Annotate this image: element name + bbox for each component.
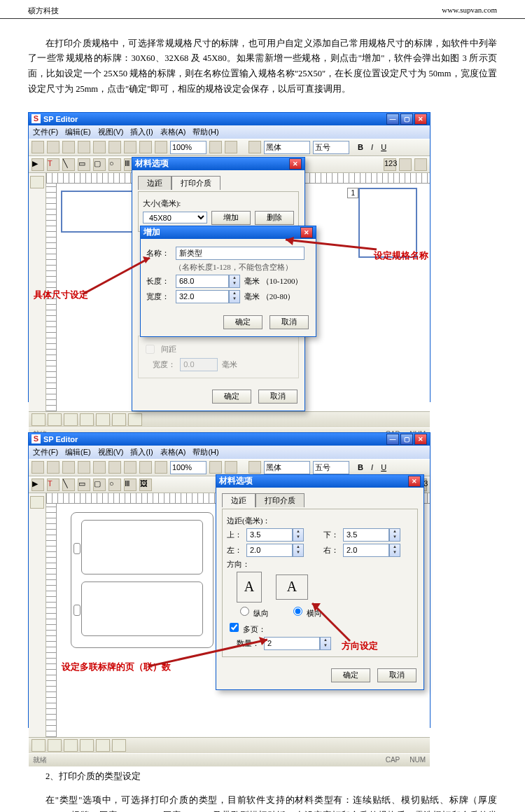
- cancel-button[interactable]: 取消: [258, 390, 298, 404]
- underline-button[interactable]: U: [381, 463, 386, 472]
- menu-insert[interactable]: 插入(I): [130, 447, 153, 457]
- align-icon[interactable]: [399, 158, 412, 171]
- menu-table[interactable]: 表格(A): [160, 447, 186, 457]
- align-icon[interactable]: [414, 158, 427, 171]
- align-icon[interactable]: [248, 461, 261, 474]
- spinner-icon[interactable]: ▲▼: [293, 544, 304, 557]
- menu-file[interactable]: 文件(F): [33, 447, 58, 457]
- align-icon[interactable]: [31, 739, 46, 752]
- new-icon[interactable]: [31, 141, 44, 153]
- align-icon[interactable]: [96, 739, 110, 752]
- align-icon[interactable]: [112, 739, 126, 752]
- rect-icon[interactable]: ▭: [78, 158, 90, 171]
- portrait-radio[interactable]: 纵向: [237, 605, 269, 619]
- ok-button[interactable]: 确定: [331, 668, 370, 682]
- spinner-icon[interactable]: ▲▼: [320, 637, 331, 650]
- align-icon[interactable]: [48, 413, 62, 426]
- close-icon[interactable]: ✕: [289, 158, 302, 170]
- zoom-combo[interactable]: [170, 141, 206, 154]
- ellipse-icon[interactable]: ○: [108, 158, 121, 171]
- menu-view[interactable]: 视图(V): [98, 447, 124, 457]
- font-combo[interactable]: [264, 461, 310, 474]
- add-button[interactable]: 增加: [211, 211, 251, 225]
- align-icon[interactable]: [96, 413, 110, 426]
- length-input[interactable]: [176, 275, 229, 288]
- new-icon[interactable]: [31, 461, 44, 474]
- align-icon[interactable]: [80, 413, 94, 426]
- zoom-combo[interactable]: [170, 461, 206, 474]
- align-icon[interactable]: [31, 413, 46, 426]
- align-icon[interactable]: [128, 413, 142, 426]
- close-button[interactable]: ✕: [414, 434, 427, 445]
- spinner-icon[interactable]: ▲▼: [389, 528, 400, 542]
- width-input[interactable]: [176, 290, 229, 303]
- menu-help[interactable]: 帮助(H): [192, 447, 218, 457]
- spinner-icon[interactable]: ▲▼: [389, 544, 400, 557]
- align-icon[interactable]: [64, 739, 78, 752]
- font-combo[interactable]: [264, 141, 310, 154]
- help-icon[interactable]: [225, 461, 237, 474]
- cancel-button[interactable]: 取消: [377, 668, 416, 682]
- align-icon[interactable]: 123: [384, 158, 396, 171]
- landscape-radio[interactable]: 横向: [290, 605, 322, 619]
- align-icon[interactable]: [248, 141, 261, 153]
- redo-icon[interactable]: [155, 141, 167, 153]
- close-icon[interactable]: ✕: [300, 227, 313, 238]
- open-icon[interactable]: [47, 141, 59, 153]
- zoomfit-icon[interactable]: [209, 461, 222, 474]
- right-input[interactable]: [343, 544, 389, 557]
- top-input[interactable]: [246, 528, 293, 542]
- tab-print-media[interactable]: 打印介质: [255, 493, 304, 507]
- barcode-icon[interactable]: Ⅲ: [124, 479, 136, 491]
- undo-icon[interactable]: [139, 461, 152, 474]
- roundrect-icon[interactable]: ▢: [93, 479, 106, 491]
- line-icon[interactable]: ╲: [62, 479, 75, 491]
- minimize-button[interactable]: —: [386, 434, 399, 445]
- name-input[interactable]: [176, 247, 304, 260]
- text-icon[interactable]: T: [47, 158, 59, 171]
- tab-margin[interactable]: 边距: [222, 493, 255, 507]
- tab-margin[interactable]: 边距: [138, 176, 172, 190]
- copy-icon[interactable]: [108, 141, 121, 153]
- menu-edit[interactable]: 编辑(E): [65, 447, 91, 457]
- underline-button[interactable]: U: [381, 143, 386, 151]
- close-button[interactable]: ✕: [414, 113, 427, 125]
- tab-print-media[interactable]: 打印介质: [172, 176, 220, 190]
- qty-input[interactable]: [264, 637, 320, 650]
- menu-help[interactable]: 帮助(H): [192, 127, 218, 137]
- line-icon[interactable]: ╲: [62, 158, 75, 171]
- print-icon[interactable]: [78, 141, 90, 153]
- menu-view[interactable]: 视图(V): [98, 127, 124, 137]
- image-icon[interactable]: 🖼: [139, 479, 152, 491]
- pointer-icon[interactable]: ▶: [31, 479, 44, 491]
- left-input[interactable]: [246, 544, 293, 557]
- help-icon[interactable]: [225, 141, 237, 153]
- rect-icon[interactable]: ▭: [78, 479, 90, 491]
- pointer-icon[interactable]: ▶: [31, 158, 44, 171]
- bottom-input[interactable]: [343, 528, 389, 542]
- roundrect-icon[interactable]: ▢: [93, 158, 106, 171]
- multipage-checkbox[interactable]: 多页：: [227, 621, 266, 635]
- maximize-button[interactable]: ▢: [400, 434, 413, 445]
- bold-button[interactable]: B: [358, 463, 363, 472]
- menu-table[interactable]: 表格(A): [160, 127, 186, 137]
- close-icon[interactable]: ✕: [408, 476, 421, 487]
- tool-icon[interactable]: [30, 496, 44, 509]
- spinner-icon[interactable]: ▲▼: [293, 528, 304, 542]
- size-select[interactable]: 45X80: [143, 212, 207, 223]
- cut-icon[interactable]: [93, 141, 106, 153]
- paste-icon[interactable]: [124, 141, 136, 153]
- landscape-icon[interactable]: A: [276, 574, 308, 600]
- fontsize-combo[interactable]: [313, 141, 349, 154]
- menu-bar[interactable]: 文件(F) 编辑(E) 视图(V) 插入(I) 表格(A) 帮助(H): [29, 125, 430, 139]
- align-icon[interactable]: [64, 413, 78, 426]
- ok-button[interactable]: 确定: [223, 315, 262, 329]
- align-icon[interactable]: [80, 739, 94, 752]
- portrait-icon[interactable]: A: [237, 572, 262, 603]
- cancel-button[interactable]: 取消: [270, 315, 309, 329]
- ellipse-icon[interactable]: ○: [108, 479, 121, 491]
- align-icon[interactable]: [48, 739, 62, 752]
- italic-button[interactable]: I: [371, 143, 373, 151]
- cut-icon[interactable]: [93, 461, 106, 474]
- italic-button[interactable]: I: [371, 463, 373, 472]
